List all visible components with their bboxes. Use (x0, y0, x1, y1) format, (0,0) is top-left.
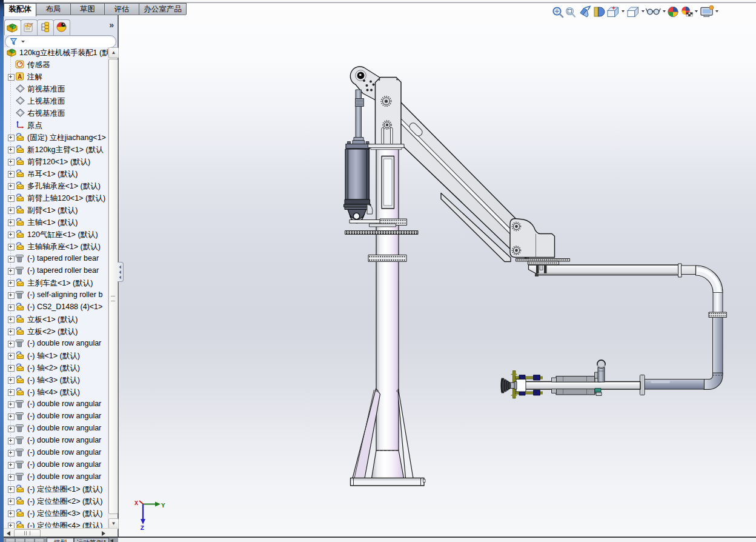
svg-text:A: A (18, 73, 22, 80)
svg-text:Y: Y (161, 502, 165, 509)
svg-text:X: X (134, 500, 138, 507)
svg-text:Z: Z (141, 524, 145, 532)
